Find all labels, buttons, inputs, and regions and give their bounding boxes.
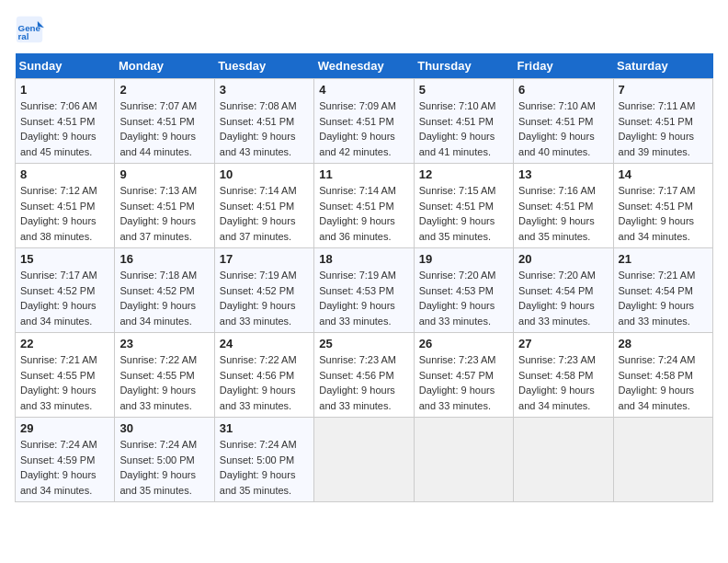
calendar-header-row: SundayMondayTuesdayWednesdayThursdayFrid… — [16, 53, 713, 79]
day-detail: Sunrise: 7:17 AM Sunset: 4:52 PM Dayligh… — [20, 268, 109, 328]
logo-icon: Gene ral — [15, 15, 44, 44]
calendar-cell: 9 Sunrise: 7:13 AM Sunset: 4:51 PM Dayli… — [115, 164, 214, 248]
day-detail: Sunrise: 7:12 AM Sunset: 4:51 PM Dayligh… — [20, 183, 109, 244]
day-detail: Sunrise: 7:11 AM Sunset: 4:51 PM Dayligh… — [619, 98, 708, 159]
calendar-cell: 22 Sunrise: 7:21 AM Sunset: 4:55 PM Dayl… — [16, 333, 115, 418]
day-detail: Sunrise: 7:14 AM Sunset: 4:51 PM Dayligh… — [319, 183, 408, 244]
calendar-week-row: 8 Sunrise: 7:12 AM Sunset: 4:51 PM Dayli… — [16, 164, 713, 248]
day-number: 13 — [518, 167, 608, 181]
calendar-cell: 25 Sunrise: 7:23 AM Sunset: 4:56 PM Dayl… — [314, 333, 414, 418]
day-detail: Sunrise: 7:21 AM Sunset: 4:54 PM Dayligh… — [619, 268, 708, 328]
day-number: 6 — [518, 83, 608, 97]
day-number: 24 — [220, 337, 309, 350]
day-number: 28 — [619, 337, 708, 350]
day-detail: Sunrise: 7:20 AM Sunset: 4:53 PM Dayligh… — [419, 268, 508, 328]
day-number: 8 — [20, 167, 109, 181]
calendar-cell: 21 Sunrise: 7:21 AM Sunset: 4:54 PM Dayl… — [613, 248, 712, 333]
day-number: 20 — [518, 252, 608, 266]
calendar-cell: 28 Sunrise: 7:24 AM Sunset: 4:58 PM Dayl… — [613, 333, 712, 418]
calendar-cell: 3 Sunrise: 7:08 AM Sunset: 4:51 PM Dayli… — [214, 79, 313, 164]
day-detail: Sunrise: 7:09 AM Sunset: 4:51 PM Dayligh… — [319, 98, 408, 159]
calendar-body: 1 Sunrise: 7:06 AM Sunset: 4:51 PM Dayli… — [16, 79, 713, 502]
day-number: 11 — [319, 167, 408, 181]
logo: Gene ral — [15, 15, 50, 44]
day-detail: Sunrise: 7:23 AM Sunset: 4:57 PM Dayligh… — [419, 352, 508, 413]
day-detail: Sunrise: 7:13 AM Sunset: 4:51 PM Dayligh… — [119, 183, 209, 244]
calendar-cell: 27 Sunrise: 7:23 AM Sunset: 4:58 PM Dayl… — [514, 333, 613, 418]
header-thursday: Thursday — [414, 53, 513, 79]
svg-text:ral: ral — [18, 31, 29, 41]
calendar-cell: 26 Sunrise: 7:23 AM Sunset: 4:57 PM Dayl… — [414, 333, 513, 418]
day-number: 17 — [220, 252, 309, 266]
calendar-cell: 1 Sunrise: 7:06 AM Sunset: 4:51 PM Dayli… — [16, 79, 115, 164]
calendar-cell: 5 Sunrise: 7:10 AM Sunset: 4:51 PM Dayli… — [414, 79, 513, 164]
calendar-cell: 29 Sunrise: 7:24 AM Sunset: 4:59 PM Dayl… — [16, 418, 115, 502]
day-number: 2 — [119, 83, 209, 97]
day-detail: Sunrise: 7:15 AM Sunset: 4:51 PM Dayligh… — [419, 183, 508, 244]
header-sunday: Sunday — [16, 53, 115, 79]
header-saturday: Saturday — [613, 53, 712, 79]
day-number: 14 — [619, 167, 708, 181]
day-detail: Sunrise: 7:10 AM Sunset: 4:51 PM Dayligh… — [419, 98, 508, 159]
day-number: 18 — [319, 252, 408, 266]
day-number: 9 — [119, 167, 209, 181]
day-detail: Sunrise: 7:16 AM Sunset: 4:51 PM Dayligh… — [518, 183, 608, 244]
day-detail: Sunrise: 7:24 AM Sunset: 5:00 PM Dayligh… — [220, 437, 309, 498]
header-monday: Monday — [115, 53, 214, 79]
day-detail: Sunrise: 7:06 AM Sunset: 4:51 PM Dayligh… — [20, 98, 109, 159]
day-number: 4 — [319, 83, 408, 97]
calendar-cell: 23 Sunrise: 7:22 AM Sunset: 4:55 PM Dayl… — [115, 333, 214, 418]
calendar-cell: 8 Sunrise: 7:12 AM Sunset: 4:51 PM Dayli… — [16, 164, 115, 248]
calendar-cell: 12 Sunrise: 7:15 AM Sunset: 4:51 PM Dayl… — [414, 164, 513, 248]
day-number: 7 — [619, 83, 708, 97]
calendar-cell: 17 Sunrise: 7:19 AM Sunset: 4:52 PM Dayl… — [214, 248, 313, 333]
calendar-cell: 4 Sunrise: 7:09 AM Sunset: 4:51 PM Dayli… — [314, 79, 414, 164]
header-friday: Friday — [514, 53, 613, 79]
day-detail: Sunrise: 7:19 AM Sunset: 4:53 PM Dayligh… — [319, 268, 408, 328]
day-detail: Sunrise: 7:22 AM Sunset: 4:55 PM Dayligh… — [119, 352, 209, 413]
day-detail: Sunrise: 7:24 AM Sunset: 4:59 PM Dayligh… — [20, 437, 109, 498]
calendar-cell: 20 Sunrise: 7:20 AM Sunset: 4:54 PM Dayl… — [514, 248, 613, 333]
day-number: 30 — [119, 421, 209, 435]
calendar-cell: 13 Sunrise: 7:16 AM Sunset: 4:51 PM Dayl… — [514, 164, 613, 248]
calendar-cell: 2 Sunrise: 7:07 AM Sunset: 4:51 PM Dayli… — [115, 79, 214, 164]
day-number: 1 — [20, 83, 109, 97]
day-detail: Sunrise: 7:17 AM Sunset: 4:51 PM Dayligh… — [619, 183, 708, 244]
day-number: 22 — [20, 337, 109, 350]
calendar-cell: 15 Sunrise: 7:17 AM Sunset: 4:52 PM Dayl… — [16, 248, 115, 333]
day-detail: Sunrise: 7:24 AM Sunset: 4:58 PM Dayligh… — [619, 352, 708, 413]
calendar-cell — [414, 418, 513, 502]
day-number: 15 — [20, 252, 109, 266]
day-detail: Sunrise: 7:20 AM Sunset: 4:54 PM Dayligh… — [518, 268, 608, 328]
calendar-cell: 24 Sunrise: 7:22 AM Sunset: 4:56 PM Dayl… — [214, 333, 313, 418]
header-tuesday: Tuesday — [214, 53, 313, 79]
calendar-week-row: 29 Sunrise: 7:24 AM Sunset: 4:59 PM Dayl… — [16, 418, 713, 502]
day-detail: Sunrise: 7:24 AM Sunset: 5:00 PM Dayligh… — [119, 437, 209, 498]
calendar-cell: 6 Sunrise: 7:10 AM Sunset: 4:51 PM Dayli… — [514, 79, 613, 164]
day-number: 23 — [119, 337, 209, 350]
calendar-cell: 7 Sunrise: 7:11 AM Sunset: 4:51 PM Dayli… — [613, 79, 712, 164]
day-number: 10 — [220, 167, 309, 181]
day-detail: Sunrise: 7:14 AM Sunset: 4:51 PM Dayligh… — [220, 183, 309, 244]
day-detail: Sunrise: 7:23 AM Sunset: 4:58 PM Dayligh… — [518, 352, 608, 413]
calendar-cell: 10 Sunrise: 7:14 AM Sunset: 4:51 PM Dayl… — [214, 164, 313, 248]
calendar-week-row: 15 Sunrise: 7:17 AM Sunset: 4:52 PM Dayl… — [16, 248, 713, 333]
day-detail: Sunrise: 7:10 AM Sunset: 4:51 PM Dayligh… — [518, 98, 608, 159]
day-number: 25 — [319, 337, 408, 350]
calendar-cell: 11 Sunrise: 7:14 AM Sunset: 4:51 PM Dayl… — [314, 164, 414, 248]
day-detail: Sunrise: 7:23 AM Sunset: 4:56 PM Dayligh… — [319, 352, 408, 413]
calendar-cell — [613, 418, 712, 502]
day-number: 27 — [518, 337, 608, 350]
day-number: 26 — [419, 337, 508, 350]
day-number: 5 — [419, 83, 508, 97]
day-detail: Sunrise: 7:07 AM Sunset: 4:51 PM Dayligh… — [119, 98, 209, 159]
day-detail: Sunrise: 7:19 AM Sunset: 4:52 PM Dayligh… — [220, 268, 309, 328]
calendar-week-row: 22 Sunrise: 7:21 AM Sunset: 4:55 PM Dayl… — [16, 333, 713, 418]
day-number: 16 — [119, 252, 209, 266]
calendar-cell: 30 Sunrise: 7:24 AM Sunset: 5:00 PM Dayl… — [115, 418, 214, 502]
day-number: 31 — [220, 421, 309, 435]
calendar-table: SundayMondayTuesdayWednesdayThursdayFrid… — [15, 53, 713, 502]
calendar-cell — [314, 418, 414, 502]
calendar-cell: 19 Sunrise: 7:20 AM Sunset: 4:53 PM Dayl… — [414, 248, 513, 333]
day-detail: Sunrise: 7:18 AM Sunset: 4:52 PM Dayligh… — [119, 268, 209, 328]
